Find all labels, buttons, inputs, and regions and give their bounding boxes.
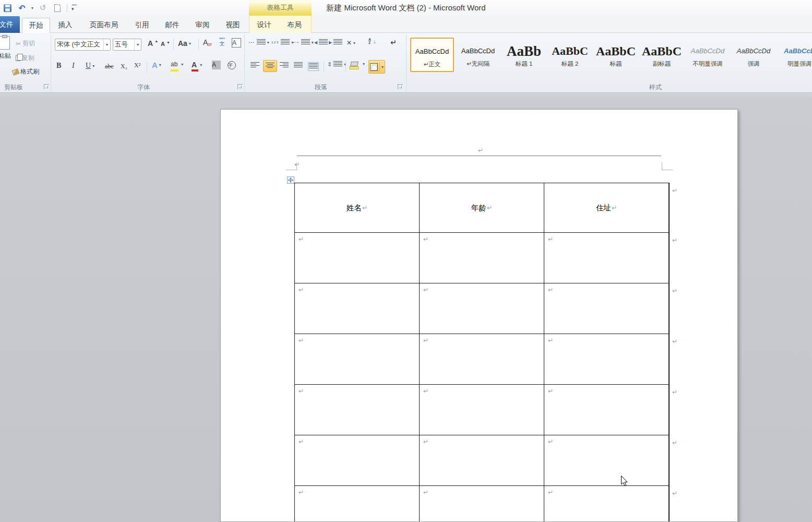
character-border-button[interactable]: A xyxy=(232,38,241,48)
style-heading1[interactable]: AaBb 标题 1 xyxy=(502,38,546,72)
table-cell[interactable]: ↵ xyxy=(420,283,544,334)
tab-page-layout[interactable]: 页面布局 xyxy=(81,18,126,33)
tab-references[interactable]: 引用 xyxy=(128,18,156,33)
table-cell[interactable]: ↵ xyxy=(295,486,420,522)
table-header-cell[interactable]: 年龄↵ xyxy=(420,183,544,232)
sort-button[interactable]: AZ↓ xyxy=(368,38,376,44)
crop-mark-left xyxy=(286,162,297,170)
style-no-spacing[interactable]: AaBbCcDd ↵无间隔 xyxy=(456,38,500,72)
paint-bucket-icon xyxy=(350,62,359,66)
paragraph-mark: ↵ xyxy=(298,388,304,394)
clipboard-dialog-launcher[interactable] xyxy=(44,84,49,89)
style-emphasis[interactable]: AaBbCcDd 强调 xyxy=(732,38,775,72)
paste-button[interactable]: 粘贴 xyxy=(0,36,16,61)
table-cell[interactable]: ↵ xyxy=(544,283,669,334)
tab-mailings[interactable]: 邮件 xyxy=(159,18,186,33)
underline-button[interactable]: U▾ xyxy=(86,62,94,70)
list-lines-icon xyxy=(257,39,266,46)
subscript-button[interactable]: X₂ xyxy=(121,63,127,70)
italic-button[interactable]: I xyxy=(72,62,75,70)
style-title[interactable]: AaBbC 标题 xyxy=(594,38,638,72)
document-area[interactable]: ↵ ↵ 姓名↵ 年龄↵ 住址↵ ↵ ↵↵↵↵↵↵↵↵↵↵↵↵↵↵↵↵↵↵↵↵↵↵… xyxy=(0,93,812,522)
table-cell[interactable]: ↵ xyxy=(544,385,669,435)
table-cell[interactable]: ↵ xyxy=(544,486,669,522)
clear-formatting-button[interactable]: A xyxy=(203,38,211,46)
paragraph-mark: ↵ xyxy=(298,287,304,293)
paragraph-mark: ↵ xyxy=(423,287,428,293)
table-move-handle[interactable] xyxy=(287,176,294,184)
table-cell[interactable]: ↵ xyxy=(420,334,544,384)
borders-icon xyxy=(370,63,378,71)
numbering-button[interactable]: 1 2 3▾ xyxy=(271,39,293,46)
align-right-button[interactable] xyxy=(280,62,289,69)
data-table[interactable]: 姓名↵ 年龄↵ 住址↵ ↵ ↵↵↵↵↵↵↵↵↵↵↵↵↵↵↵↵↵↵↵↵↵↵↵↵ xyxy=(294,183,670,522)
paragraph-mark: ↵ xyxy=(298,438,304,445)
bold-button[interactable]: B xyxy=(56,62,61,70)
highlight-color-button[interactable]: ab▾ xyxy=(171,61,183,68)
tab-file[interactable]: 文件 xyxy=(0,16,20,33)
multilevel-list-button[interactable]: ▪ ▫ ▪▾ xyxy=(293,39,314,46)
justify-button[interactable] xyxy=(294,62,303,69)
shading-button[interactable]: ▾ xyxy=(351,62,365,66)
align-left-button[interactable] xyxy=(250,62,259,69)
table-header-cell[interactable]: 住址↵ xyxy=(544,183,669,232)
format-painter-button[interactable]: 格式刷 xyxy=(13,67,39,76)
tab-insert[interactable]: 插入 xyxy=(52,18,78,33)
grow-font-button[interactable]: A▲ xyxy=(148,39,158,48)
row-end-mark: ↵ xyxy=(672,440,677,446)
table-cell[interactable]: ↵ xyxy=(544,435,669,485)
font-name-select[interactable]: 宋体 (中文正文 ▾ xyxy=(55,39,111,51)
table-cell[interactable]: ↵ xyxy=(420,385,544,435)
tab-table-design[interactable]: 设计 xyxy=(252,18,277,33)
change-case-button[interactable]: Aa▾ xyxy=(178,39,191,48)
line-spacing-button[interactable]: ⇕▾ xyxy=(327,61,346,68)
table-cell[interactable]: ↵ xyxy=(420,435,544,485)
style-normal[interactable]: AaBbCcDd ↵正文 xyxy=(410,38,454,72)
table-cell[interactable]: ↵ xyxy=(544,233,669,283)
chevron-down-icon: ▾ xyxy=(103,39,110,50)
font-size-select[interactable]: 五号 ▾ xyxy=(113,39,141,51)
font-dialog-launcher[interactable] xyxy=(237,84,243,89)
tab-table-layout[interactable]: 布局 xyxy=(282,18,307,33)
mouse-cursor xyxy=(621,476,628,487)
bullets-button[interactable]: • • •▾ xyxy=(249,39,269,46)
table-cell[interactable]: ↵ xyxy=(295,283,420,334)
tab-home[interactable]: 开始 xyxy=(22,18,50,33)
tab-review[interactable]: 审阅 xyxy=(189,18,216,33)
table-cell[interactable]: ↵ xyxy=(544,334,669,384)
text-effects-button[interactable]: A▾ xyxy=(152,61,161,69)
tab-view[interactable]: 视图 xyxy=(219,18,246,33)
cut-button[interactable]: ✂ 剪切 xyxy=(16,39,35,48)
table-cell[interactable]: ↵ xyxy=(420,233,544,283)
strikethrough-button[interactable]: abc xyxy=(105,63,114,70)
paragraph-dialog-launcher[interactable] xyxy=(398,84,403,89)
superscript-button[interactable]: X² xyxy=(134,62,140,69)
paragraph-mark: ↵ xyxy=(548,337,553,343)
font-color-swatch xyxy=(192,69,198,72)
asian-layout-button[interactable]: ✕▾ xyxy=(347,39,355,46)
table-cell[interactable]: ↵ xyxy=(295,435,420,485)
style-subtle-emphasis[interactable]: AaBbCcDd 不明显强调 xyxy=(686,38,730,72)
enclose-characters-button[interactable]: 字 xyxy=(228,61,236,69)
style-heading2[interactable]: AaBbC 标题 2 xyxy=(548,38,592,72)
table-cell[interactable]: ↵ xyxy=(295,385,420,435)
borders-button[interactable]: ▾ xyxy=(368,60,385,74)
style-subtitle[interactable]: AaBbC 副标题 xyxy=(640,38,684,72)
paragraph-mark: ↵ xyxy=(423,438,428,445)
table-header-cell[interactable]: 姓名↵ xyxy=(295,183,420,232)
table-cell[interactable]: ↵ xyxy=(295,233,420,283)
table-cell[interactable]: ↵ xyxy=(420,486,544,522)
show-hide-marks-button[interactable]: ↵ xyxy=(390,38,397,46)
phonetic-guide-button[interactable]: wén文 xyxy=(219,37,225,46)
font-color-button[interactable]: A▾ xyxy=(192,61,202,69)
align-center-button[interactable] xyxy=(263,60,277,72)
style-intense-emphasis[interactable]: AaBbCcD 明显强调 xyxy=(778,38,812,72)
table-cell[interactable]: ↵ xyxy=(295,334,420,384)
copy-button[interactable]: 复制 xyxy=(16,54,34,63)
decrease-indent-button[interactable]: ◀ xyxy=(314,39,328,46)
increase-indent-button[interactable]: ▶ xyxy=(329,39,342,46)
distribute-button[interactable] xyxy=(308,62,319,71)
shrink-font-button[interactable]: A▼ xyxy=(161,41,170,47)
page[interactable]: ↵ ↵ 姓名↵ 年龄↵ 住址↵ ↵ ↵↵↵↵↵↵↵↵↵↵↵↵↵↵↵↵↵↵↵↵↵↵… xyxy=(220,109,738,522)
character-shading-button[interactable]: A xyxy=(212,61,221,69)
